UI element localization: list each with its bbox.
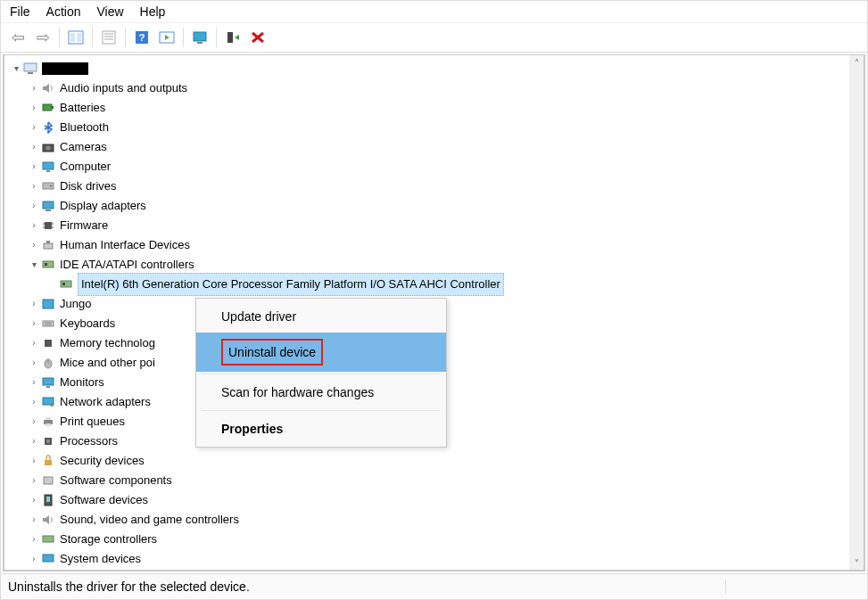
properties-button[interactable] — [97, 27, 120, 48]
scan-hardware-button[interactable] — [188, 27, 211, 48]
tree-label: IDE ATA/ATAPI controllers — [60, 255, 200, 275]
svg-rect-11 — [194, 32, 206, 41]
expand-icon[interactable]: › — [28, 451, 40, 471]
svg-rect-58 — [44, 477, 53, 484]
context-properties[interactable]: Properties — [196, 413, 446, 445]
svg-rect-2 — [77, 33, 81, 42]
arrow-left-icon: ⇦ — [12, 28, 25, 47]
help-button[interactable]: ? — [130, 27, 153, 48]
action-button[interactable] — [155, 27, 178, 48]
tree-category-system[interactable]: › System devices — [4, 549, 864, 569]
context-separator — [202, 374, 441, 374]
expand-icon[interactable]: › — [28, 490, 40, 510]
uninstall-button[interactable] — [246, 27, 269, 48]
tree-category-computer[interactable]: › Computer — [4, 157, 864, 177]
update-driver-button[interactable] — [221, 27, 244, 48]
tree-category-disk-drives[interactable]: › Disk drives — [4, 177, 864, 196]
root-label-redacted — [42, 62, 88, 75]
menu-help[interactable]: Help — [140, 4, 166, 19]
expand-icon[interactable]: › — [28, 118, 40, 137]
component-icon — [40, 473, 56, 488]
expand-icon[interactable]: › — [28, 78, 40, 98]
svg-rect-29 — [45, 210, 51, 211]
tree-label: Cameras — [60, 137, 112, 157]
expand-icon[interactable]: › — [28, 216, 40, 235]
expand-icon[interactable]: › — [28, 157, 40, 177]
back-button[interactable]: ⇦ — [6, 27, 29, 48]
network-icon — [40, 395, 56, 409]
tree-label: Processors — [60, 432, 123, 451]
chip-icon — [40, 336, 56, 350]
tree-label: Firmware — [60, 216, 113, 235]
expand-icon[interactable]: › — [28, 392, 40, 412]
tree-category-batteries[interactable]: › Batteries — [4, 98, 864, 118]
toolbar-separator — [216, 28, 217, 47]
expand-icon[interactable]: › — [28, 530, 40, 549]
monitor-icon — [192, 30, 208, 45]
svg-rect-20 — [43, 104, 52, 111]
show-hide-tree-button[interactable] — [64, 27, 87, 48]
keyboard-icon — [40, 316, 56, 331]
tree-label: Software components — [60, 471, 178, 490]
expand-icon[interactable]: › — [28, 432, 40, 451]
svg-point-23 — [46, 146, 51, 151]
tree-device-selected[interactable]: Intel(R) 6th Generation Core Processor F… — [4, 275, 864, 294]
monitor-icon — [40, 160, 56, 174]
tree-root-row[interactable]: ▾ — [4, 59, 864, 78]
tree-category-audio[interactable]: › Audio inputs and outputs — [4, 78, 864, 98]
context-update-driver[interactable]: Update driver — [196, 300, 446, 333]
expand-icon[interactable]: › — [28, 471, 40, 490]
tree-label: Bluetooth — [60, 118, 114, 137]
context-separator — [202, 410, 441, 411]
svg-rect-1 — [70, 33, 75, 42]
tree-category-hid[interactable]: › Human Interface Devices — [4, 235, 864, 255]
context-scan-hardware[interactable]: Scan for hardware changes — [196, 376, 446, 408]
content-area: ▾ › Audio inputs and outputs › Batteries… — [3, 54, 865, 571]
forward-button[interactable]: ⇨ — [31, 27, 54, 48]
context-menu: Update driver Uninstall device Scan for … — [195, 298, 447, 448]
expand-icon[interactable]: › — [28, 510, 40, 530]
expand-icon[interactable]: › — [28, 98, 40, 118]
expand-icon[interactable]: › — [28, 177, 40, 196]
tree-category-sound[interactable]: › Sound, video and game controllers — [4, 510, 864, 530]
expand-icon[interactable]: › — [28, 333, 40, 353]
expand-icon[interactable]: › — [28, 412, 40, 432]
tree-label: Mice and other poi — [60, 353, 161, 373]
tree-category-storage[interactable]: › Storage controllers — [4, 530, 864, 549]
tree-category-bluetooth[interactable]: › Bluetooth — [4, 118, 864, 137]
tree-category-firmware[interactable]: › Firmware — [4, 216, 864, 235]
collapse-icon[interactable]: ▾ — [10, 59, 22, 78]
printer-icon — [40, 415, 56, 429]
expand-icon[interactable]: › — [28, 549, 40, 569]
svg-point-51 — [50, 403, 54, 407]
tree-category-sw-devices[interactable]: › Software devices — [4, 490, 864, 510]
expand-icon[interactable]: › — [28, 235, 40, 255]
tree-category-sw-components[interactable]: › Software components — [4, 471, 864, 490]
svg-rect-28 — [43, 201, 54, 209]
collapse-icon[interactable]: ▾ — [28, 255, 40, 275]
tree-category-security[interactable]: › Security devices — [4, 451, 864, 471]
scroll-down-icon[interactable]: ˅ — [849, 555, 864, 570]
menu-file[interactable]: File — [10, 4, 30, 19]
menu-action[interactable]: Action — [46, 4, 81, 19]
tree-category-display-adapters[interactable]: › Display adapters — [4, 196, 864, 216]
tree-category-cameras[interactable]: › Cameras — [4, 137, 864, 157]
scroll-track[interactable] — [849, 70, 864, 555]
tree-label: Sound, video and game controllers — [60, 510, 244, 530]
tree-label: Jungo — [60, 294, 96, 314]
expand-icon[interactable]: › — [28, 314, 40, 333]
vertical-scrollbar[interactable]: ˄ ˅ — [849, 55, 864, 570]
menu-view[interactable]: View — [96, 4, 123, 19]
expand-icon[interactable]: › — [28, 196, 40, 216]
expand-icon[interactable]: › — [28, 294, 40, 314]
expand-icon[interactable]: › — [28, 373, 40, 392]
svg-rect-39 — [61, 281, 71, 287]
scroll-up-icon[interactable]: ˄ — [849, 55, 864, 70]
device-tree[interactable]: ▾ › Audio inputs and outputs › Batteries… — [4, 55, 864, 570]
expand-icon[interactable]: › — [28, 137, 40, 157]
controller-icon — [40, 532, 56, 547]
context-uninstall-device[interactable]: Uninstall device — [196, 333, 446, 372]
svg-point-27 — [50, 185, 52, 187]
expand-icon[interactable]: › — [28, 353, 40, 373]
tree-category-ide-ata[interactable]: ▾ IDE ATA/ATAPI controllers — [4, 255, 864, 275]
